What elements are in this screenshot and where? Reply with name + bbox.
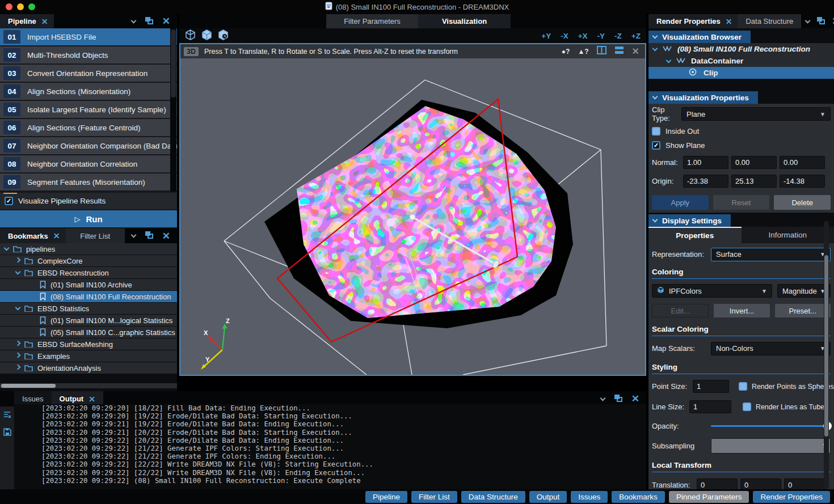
triangle-help-icon[interactable]: ▲? xyxy=(578,48,588,56)
inside-out-checkbox[interactable] xyxy=(652,127,660,135)
browser-root-item[interactable]: (08) Small IN100 Full Reconstruction xyxy=(648,43,834,55)
render-viewport-scene[interactable]: Z X Y xyxy=(180,58,645,375)
translation-x-field[interactable] xyxy=(697,478,738,489)
toggle-pinned-parameters-button[interactable]: Pinned Parameters xyxy=(669,491,749,503)
panel-menu-chevron-icon[interactable] xyxy=(805,18,811,23)
reset-button[interactable]: Reset xyxy=(713,195,770,210)
color-array-dropdown[interactable]: IPFColors ▼ xyxy=(652,284,772,298)
tree-item-ebsd-surfacemeshing[interactable]: EBSD SurfaceMeshing xyxy=(0,338,177,350)
tab-bookmarks-close-icon[interactable]: ✕ xyxy=(53,232,60,240)
pipeline-step[interactable]: 04Align Sections (Misorientation) xyxy=(0,83,177,100)
solid-cube-icon[interactable] xyxy=(201,29,212,43)
close-panel-icon[interactable]: ✕ xyxy=(832,16,834,26)
toggle-data-structure-button[interactable]: Data Structure xyxy=(461,491,525,503)
pipeline-step[interactable]: 08Neighbor Orientation Correlation xyxy=(0,155,177,172)
tree-item-crystallographic-statistics[interactable]: (05) Small IN100 C...graphic Statistics xyxy=(0,327,177,338)
split-horizontal-icon[interactable] xyxy=(614,45,624,57)
show-plane-checkbox[interactable]: ✓ xyxy=(652,141,660,150)
run-pipeline-button[interactable]: ▷ Run xyxy=(0,210,177,227)
pipeline-step[interactable]: 05Isolate Largest Feature (Identify Samp… xyxy=(0,101,177,118)
save-output-icon[interactable] xyxy=(3,428,11,438)
clip-plane-center-handle[interactable] xyxy=(410,214,415,220)
visualize-results-checkbox[interactable]: ✓ xyxy=(5,197,13,205)
pipeline-step[interactable]: 01Import H5EBSD File xyxy=(0,28,177,45)
translation-y-field[interactable] xyxy=(740,478,781,489)
pipeline-step[interactable]: 02Multi-Threshold Objects xyxy=(0,46,177,63)
apply-button[interactable]: Apply xyxy=(652,195,709,210)
subsampling-stepper[interactable]: ▲▼ xyxy=(711,438,831,454)
close-window-button[interactable] xyxy=(6,3,12,10)
clear-output-icon[interactable] xyxy=(3,411,11,421)
chevron-right-icon[interactable] xyxy=(15,341,21,346)
visualization-browser-header[interactable]: Visualization Browser xyxy=(648,31,751,43)
panel-menu-chevron-icon[interactable] xyxy=(130,232,136,238)
point-help-icon[interactable]: ●? xyxy=(562,48,570,56)
undock-panel-icon[interactable] xyxy=(145,16,153,27)
undock-panel-icon[interactable] xyxy=(145,231,153,241)
camera-minus-y-button[interactable]: -Y xyxy=(597,32,605,40)
wireframe-cube-icon[interactable] xyxy=(185,29,196,43)
tree-item-examples[interactable]: Examples xyxy=(0,350,177,362)
tab-pipeline[interactable]: Pipeline ✕ xyxy=(0,14,54,28)
render-viewport[interactable]: 3D Press T to Translate, R to Rotate or … xyxy=(179,43,646,376)
tab-render-properties-close-icon[interactable]: ✕ xyxy=(726,18,732,26)
visualization-properties-header[interactable]: Visualization Properties xyxy=(648,91,758,104)
line-size-field[interactable] xyxy=(689,400,731,413)
render-points-as-spheres-checkbox[interactable] xyxy=(739,382,747,391)
right-panel-scrollbar[interactable] xyxy=(824,221,829,489)
cube-clock-icon[interactable] xyxy=(218,29,229,43)
toggle-filter-list-button[interactable]: Filter List xyxy=(411,491,457,503)
camera-minus-x-button[interactable]: -X xyxy=(561,32,568,40)
tab-properties[interactable]: Properties xyxy=(648,227,742,243)
browser-datacontainer-item[interactable]: DataContainer xyxy=(648,55,834,67)
pipeline-step[interactable]: 07Neighbor Orientation Comparison (Bad D… xyxy=(0,137,177,154)
normal-x-field[interactable] xyxy=(683,156,728,169)
origin-x-field[interactable] xyxy=(683,175,728,188)
tab-visualization[interactable]: Visualization xyxy=(418,14,511,28)
invert-colors-button[interactable]: Invert... xyxy=(714,304,769,317)
representation-dropdown[interactable]: Surface▼ xyxy=(711,248,831,261)
panel-menu-chevron-icon[interactable] xyxy=(600,395,605,401)
toggle-render-properties-button[interactable]: Render Properties xyxy=(753,491,830,503)
render-lines-as-tubes-checkbox[interactable] xyxy=(743,403,751,411)
tab-render-properties[interactable]: Render Properties ✕ xyxy=(648,14,738,28)
clip-type-dropdown[interactable]: Plane▼ xyxy=(681,107,831,121)
tab-bookmarks[interactable]: Bookmarks ✕ xyxy=(0,228,66,243)
eye-visibility-icon[interactable] xyxy=(688,68,697,78)
tree-item-complexcore[interactable]: ComplexCore xyxy=(0,255,177,266)
chevron-down-icon[interactable] xyxy=(666,57,672,63)
origin-y-field[interactable] xyxy=(731,175,777,188)
close-panel-icon[interactable]: ✕ xyxy=(631,394,639,404)
minimize-window-button[interactable] xyxy=(17,3,24,10)
preset-colors-button[interactable]: Preset... xyxy=(775,304,831,317)
undock-panel-icon[interactable] xyxy=(614,394,622,404)
output-console[interactable]: [2023:02:20 09:29:20] [18/22] Fill Bad D… xyxy=(14,404,646,489)
component-dropdown[interactable]: Magnitude▼ xyxy=(777,284,831,298)
tab-information[interactable]: Information xyxy=(742,227,834,243)
origin-z-field[interactable] xyxy=(780,175,825,188)
close-view-icon[interactable]: ✕ xyxy=(632,46,639,57)
tab-data-structure[interactable]: Data Structure xyxy=(738,14,801,28)
chevron-down-icon[interactable] xyxy=(652,45,658,51)
tree-item-ebsd-statistics[interactable]: EBSD Statistics xyxy=(0,303,177,314)
tree-item-orientationanalysis[interactable]: OrientationAnalysis xyxy=(0,362,177,374)
chevron-down-icon[interactable] xyxy=(4,245,10,251)
tab-pipeline-close-icon[interactable]: ✕ xyxy=(41,18,48,26)
normal-z-field[interactable] xyxy=(780,156,825,169)
translation-z-field[interactable] xyxy=(784,478,825,489)
opacity-slider[interactable] xyxy=(711,425,831,427)
split-vertical-icon[interactable] xyxy=(597,45,606,57)
chevron-right-icon[interactable] xyxy=(15,365,21,370)
normal-y-field[interactable] xyxy=(731,156,777,169)
tree-item-morphological-statistics[interactable]: (01) Small IN100 M...logical Statistics xyxy=(0,315,177,326)
chevron-down-icon[interactable] xyxy=(15,305,21,311)
close-panel-icon[interactable]: ✕ xyxy=(162,231,170,241)
edit-colors-button[interactable]: Edit... xyxy=(652,304,709,317)
tree-item-small-in100-archive[interactable]: (01) Small IN100 Archive xyxy=(0,279,177,290)
chevron-right-icon[interactable] xyxy=(15,257,21,263)
chevron-right-icon[interactable] xyxy=(15,353,21,358)
toggle-issues-button[interactable]: Issues xyxy=(571,491,608,503)
maximize-window-button[interactable] xyxy=(28,3,35,10)
tree-item-pipelines[interactable]: pipelines xyxy=(0,243,177,255)
camera-plus-y-button[interactable]: +Y xyxy=(541,32,551,40)
